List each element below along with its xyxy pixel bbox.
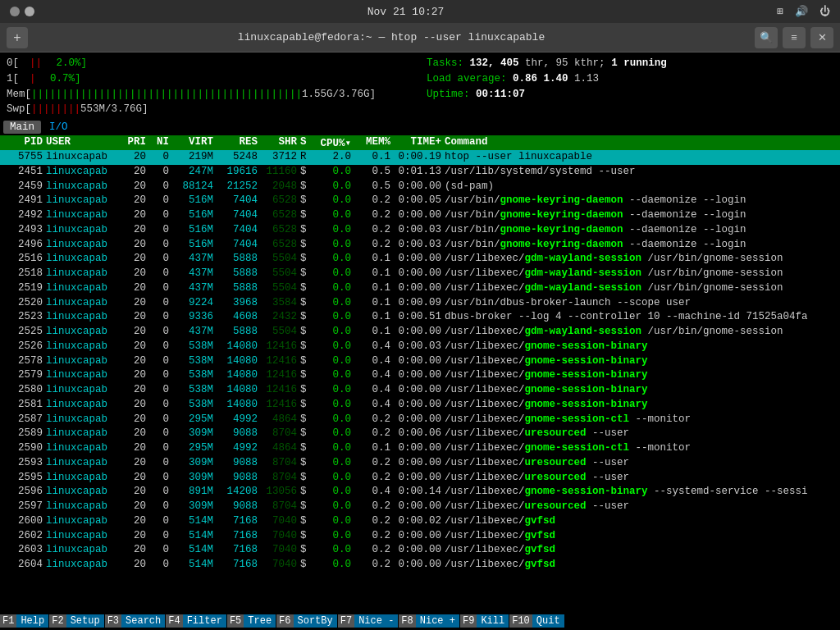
cell-s: $: [299, 296, 310, 311]
cell-pri: 20: [118, 398, 148, 413]
table-row[interactable]: 2587 linuxcapab 20 0 295M 4992 4864 $ 0.…: [0, 413, 840, 427]
table-row[interactable]: 2596 linuxcapab 20 0 891M 14208 13056 $ …: [0, 485, 840, 500]
table-row[interactable]: 2496 linuxcapab 20 0 516M 7404 6528 $ 0.…: [0, 238, 840, 253]
table-row[interactable]: 2589 linuxcapab 20 0 309M 9088 8704 $ 0.…: [0, 427, 840, 441]
table-row[interactable]: 2579 linuxcapab 20 0 538M 14080 12416 $ …: [0, 368, 840, 383]
table-row[interactable]: 2518 linuxcapab 20 0 437M 5888 5504 $ 0.…: [0, 267, 840, 281]
cell-cmd: /usr/libexec/gvfsd: [443, 514, 837, 529]
table-row[interactable]: 2519 linuxcapab 20 0 437M 5888 5504 $ 0.…: [0, 281, 840, 296]
fn-key-f8[interactable]: F8Nice +: [399, 614, 460, 628]
col-cpu[interactable]: CPU%▾: [310, 136, 353, 149]
table-row[interactable]: 2451 linuxcapab 20 0 247M 19616 11160 $ …: [0, 165, 840, 180]
table-row[interactable]: 2590 linuxcapab 20 0 295M 4992 4864 $ 0.…: [0, 441, 840, 456]
cell-res: 14080: [215, 383, 259, 398]
swp-label: Swp[: [7, 102, 31, 117]
table-row[interactable]: 2526 linuxcapab 20 0 538M 14080 12416 $ …: [0, 340, 840, 354]
table-row[interactable]: 2597 linuxcapab 20 0 309M 9088 8704 $ 0.…: [0, 500, 840, 514]
table-row[interactable]: 5755 linuxcapab 20 0 219M 5248 3712 R 2.…: [0, 150, 840, 165]
col-s[interactable]: S: [299, 136, 310, 149]
cell-cmd: /usr/libexec/gvfsd: [443, 543, 837, 558]
col-virt[interactable]: VIRT: [171, 136, 215, 149]
close-button[interactable]: ✕: [810, 27, 833, 48]
cell-shr: 7040: [259, 558, 299, 573]
col-pri[interactable]: PRI: [118, 136, 148, 149]
table-row[interactable]: 2595 linuxcapab 20 0 309M 9088 8704 $ 0.…: [0, 471, 840, 486]
cell-res: 7168: [215, 558, 259, 573]
cell-virt: 538M: [171, 340, 215, 354]
cell-cmd: /usr/libexec/uresourced --user: [443, 427, 837, 441]
cell-user: linuxcapab: [44, 456, 118, 471]
cell-pri: 20: [118, 150, 148, 165]
table-row[interactable]: 2516 linuxcapab 20 0 437M 5888 5504 $ 0.…: [0, 252, 840, 267]
cell-res: 7404: [215, 223, 259, 238]
cell-res: 7168: [215, 529, 259, 544]
cell-virt: 516M: [171, 238, 215, 253]
col-user[interactable]: USER: [44, 136, 118, 149]
table-row[interactable]: 2581 linuxcapab 20 0 538M 14080 12416 $ …: [0, 398, 840, 413]
table-row[interactable]: 2603 linuxcapab 20 0 514M 7168 7040 $ 0.…: [0, 543, 840, 558]
table-row[interactable]: 2491 linuxcapab 20 0 516M 7404 6528 $ 0.…: [0, 194, 840, 208]
cell-shr: 2048: [259, 180, 299, 194]
col-res[interactable]: RES: [215, 136, 259, 149]
fn-key-f2[interactable]: F2Setup: [49, 614, 104, 628]
cell-s: $: [299, 485, 310, 500]
cell-pid: 2496: [3, 238, 44, 253]
fn-key-f5[interactable]: F5Tree: [227, 614, 276, 628]
col-pid[interactable]: PID: [3, 136, 44, 149]
fn-num: F8: [399, 614, 415, 628]
network-icon[interactable]: ⊞: [777, 5, 783, 18]
fn-key-f7[interactable]: F7Nice -: [338, 614, 399, 628]
mem-label: Mem[: [7, 87, 31, 103]
fn-key-f1[interactable]: F1Help: [0, 614, 49, 628]
menu-button[interactable]: ≡: [783, 27, 806, 48]
fn-key-f6[interactable]: F6SortBy: [276, 614, 338, 628]
fn-key-f4[interactable]: F4Filter: [166, 614, 227, 628]
table-row[interactable]: 2593 linuxcapab 20 0 309M 9088 8704 $ 0.…: [0, 456, 840, 471]
table-row[interactable]: 2523 linuxcapab 20 0 9336 4608 2432 $ 0.…: [0, 310, 840, 325]
col-shr[interactable]: SHR: [259, 136, 299, 149]
table-row[interactable]: 2520 linuxcapab 20 0 9224 3968 3584 $ 0.…: [0, 296, 840, 311]
tab-io[interactable]: I/O: [43, 121, 75, 134]
cell-res: 9088: [215, 471, 259, 486]
table-row[interactable]: 2493 linuxcapab 20 0 516M 7404 6528 $ 0.…: [0, 223, 840, 238]
col-time[interactable]: TIME+: [392, 136, 443, 149]
table-row[interactable]: 2459 linuxcapab 20 0 88124 21252 2048 $ …: [0, 180, 840, 194]
cell-user: linuxcapab: [44, 398, 118, 413]
col-ni[interactable]: NI: [148, 136, 171, 149]
power-icon[interactable]: ⏻: [819, 6, 830, 18]
cell-ni: 0: [148, 427, 171, 441]
cell-pri: 20: [118, 413, 148, 427]
cell-pid: 2518: [3, 267, 44, 281]
cell-ni: 0: [148, 223, 171, 238]
cell-ni: 0: [148, 325, 171, 340]
cell-time: 0:00.00: [392, 281, 443, 296]
search-button[interactable]: 🔍: [755, 27, 778, 48]
tab-main[interactable]: Main: [3, 121, 41, 134]
cell-shr: 6528: [259, 194, 299, 208]
table-row[interactable]: 2604 linuxcapab 20 0 514M 7168 7040 $ 0.…: [0, 558, 840, 573]
table-row[interactable]: 2600 linuxcapab 20 0 514M 7168 7040 $ 0.…: [0, 514, 840, 529]
cell-time: 0:00.02: [392, 514, 443, 529]
system-bar: Nov 21 10:27 ⊞ 🔊 ⏻: [0, 0, 840, 23]
cell-virt: 437M: [171, 252, 215, 267]
cell-shr: 7040: [259, 514, 299, 529]
cell-pri: 20: [118, 514, 148, 529]
table-row[interactable]: 2602 linuxcapab 20 0 514M 7168 7040 $ 0.…: [0, 529, 840, 544]
table-row[interactable]: 2492 linuxcapab 20 0 516M 7404 6528 $ 0.…: [0, 208, 840, 223]
col-cmd[interactable]: Command: [443, 136, 837, 149]
volume-icon[interactable]: 🔊: [795, 5, 808, 18]
cell-pid: 2603: [3, 543, 44, 558]
table-row[interactable]: 2580 linuxcapab 20 0 538M 14080 12416 $ …: [0, 383, 840, 398]
table-row[interactable]: 2525 linuxcapab 20 0 437M 5888 5504 $ 0.…: [0, 325, 840, 340]
new-tab-button[interactable]: +: [7, 27, 28, 48]
cell-cmd: /usr/bin/gnome-keyring-daemon --daemoniz…: [443, 208, 837, 223]
col-mem[interactable]: MEM%: [353, 136, 392, 149]
table-row[interactable]: 2578 linuxcapab 20 0 538M 14080 12416 $ …: [0, 354, 840, 369]
fn-key-f10[interactable]: F10Quit: [509, 614, 564, 628]
cell-user: linuxcapab: [44, 223, 118, 238]
fn-key-f9[interactable]: F9Kill: [460, 614, 509, 628]
fn-key-f3[interactable]: F3Search: [105, 614, 167, 628]
cpu1-line: 1[ | 0.7%]: [7, 71, 420, 87]
cell-user: linuxcapab: [44, 310, 118, 325]
cell-cmd: /usr/bin/dbus-broker-launch --scope user: [443, 296, 837, 311]
